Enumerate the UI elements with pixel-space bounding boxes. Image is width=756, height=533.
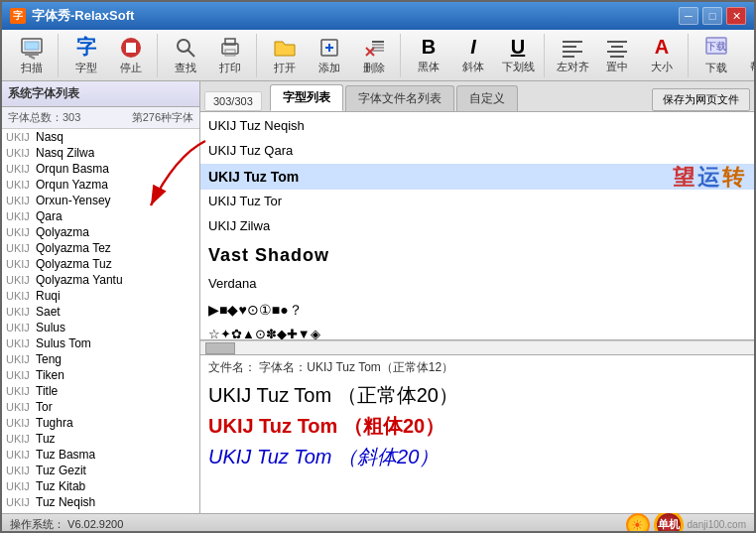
title-bar-left: 字 字体秀-RelaxSoft	[10, 7, 134, 25]
font-list-item[interactable]: UKIJTuz Kitab	[2, 478, 199, 494]
tabs-row: 303/303 字型列表 字体文件名列表 自定义 保存为网页文件	[200, 81, 754, 112]
font-list-item[interactable]: UKIJTiken	[2, 367, 199, 383]
print-label: 打印	[219, 61, 241, 75]
font-button[interactable]: 字 字型	[64, 34, 108, 77]
preview-filename: 文件名： 字体名：UKIJ Tuz Tom（正常体12）	[208, 359, 746, 376]
stop-icon	[119, 36, 143, 60]
help-button[interactable]: ? 帮助	[739, 34, 756, 77]
bold-button[interactable]: B 黑体	[407, 34, 450, 77]
hscroll-thumb[interactable]	[205, 342, 235, 354]
svg-rect-3	[25, 42, 39, 50]
font-list-item[interactable]: UKIJQolyazma	[2, 224, 199, 240]
size-button[interactable]: A 大小	[640, 34, 684, 77]
font-list-item[interactable]: UKIJTor	[2, 399, 199, 415]
font-prefix: UKIJ	[6, 337, 36, 349]
toolbar: 扫描 字 字型 停止 查找 打印	[2, 30, 754, 81]
open-label: 打开	[274, 61, 296, 75]
font-list-item[interactable]: UKIJOrqun Basma	[2, 161, 199, 177]
font-list-item[interactable]: UKIJSulus	[2, 320, 199, 335]
maximize-button[interactable]: □	[702, 7, 722, 25]
download-button[interactable]: 下载 下载	[694, 34, 738, 77]
tab-font-list[interactable]: 字型列表	[270, 84, 343, 111]
save-webpage-button[interactable]: 保存为网页文件	[652, 88, 750, 111]
font-list-item[interactable]: UKIJTughra	[2, 415, 199, 431]
font-list-item[interactable]: UKIJSulus Tom	[2, 335, 199, 351]
print-button[interactable]: 打印	[208, 34, 252, 77]
font-display-area[interactable]: UKIJ Tuz NeqishUKIJ Tuz QaraUKIJ Tuz Tom…	[200, 112, 754, 340]
center-button[interactable]: 置中	[595, 34, 639, 77]
logo-char-1: 望	[673, 163, 694, 193]
font-list-item[interactable]: UKIJSaet	[2, 304, 199, 320]
font-name: Qolyazma Tuz	[36, 257, 112, 271]
add-label: 添加	[318, 61, 340, 75]
add-icon	[317, 36, 341, 60]
font-list-item[interactable]: UKIJTitle	[2, 383, 199, 399]
font-display-item[interactable]: Vast Shadow	[200, 239, 754, 272]
font-list[interactable]: UKIJNasqUKIJNasq ZilwaUKIJOrqun BasmaUKI…	[2, 129, 199, 513]
find-button[interactable]: 查找	[164, 34, 207, 77]
font-list-item[interactable]: UKIJQara	[2, 208, 199, 224]
font-list-item[interactable]: UKIJNasq	[2, 129, 199, 145]
font-display-item[interactable]: UKIJ Tuz Tom	[200, 164, 754, 191]
font-name: Orqun Basma	[36, 162, 109, 176]
font-list-item[interactable]: UKIJOrqun Yazma	[2, 177, 199, 193]
tab-font-file[interactable]: 字体文件名列表	[345, 85, 454, 111]
font-prefix: UKIJ	[6, 195, 36, 206]
font-list-item[interactable]: UKIJTuz Basma	[2, 447, 199, 463]
toolbar-group-dl: 下载 下载 ? 帮助	[691, 34, 756, 77]
font-list-item[interactable]: UKIJOrxun-Yensey	[2, 193, 199, 208]
watermark-badge: 单机	[654, 510, 684, 534]
font-prefix: UKIJ	[6, 401, 36, 413]
center-icon	[605, 37, 629, 59]
app-icon: 字	[10, 8, 26, 24]
stop-button[interactable]: 停止	[109, 34, 153, 77]
toolbar-group-file: 打开 添加 删除	[259, 34, 401, 77]
font-display-item[interactable]: ▶■◆♥⊙①■●？	[200, 297, 754, 324]
toolbar-group-scan: 扫描	[6, 34, 59, 77]
font-name: Teng	[36, 352, 62, 366]
horizontal-scrollbar[interactable]	[200, 340, 754, 354]
font-display-item[interactable]: UKIJ Zilwa	[200, 214, 754, 239]
font-display-item[interactable]: UKIJ Tuz Qara	[200, 139, 754, 164]
font-display-item[interactable]: UKIJ Tuz Neqish	[200, 114, 754, 139]
toolbar-group-font: 字 字型 停止	[61, 34, 158, 77]
font-display-item[interactable]: ☆✦✿▲⊙✽◆✚▼◈	[200, 323, 754, 340]
delete-button[interactable]: 删除	[352, 34, 396, 77]
open-button[interactable]: 打开	[263, 34, 307, 77]
tab-custom[interactable]: 自定义	[456, 85, 518, 111]
font-label: 字型	[75, 61, 97, 75]
font-display-item[interactable]: UKIJ Tuz Tor	[200, 190, 754, 214]
underline-icon: U	[506, 36, 530, 59]
font-list-item[interactable]: UKIJQolyazma Tez	[2, 240, 199, 256]
font-list-item[interactable]: UKIJTuz Neqish	[2, 494, 199, 510]
font-list-item[interactable]: UKIJTeng	[2, 351, 199, 367]
italic-button[interactable]: I 斜体	[451, 34, 495, 77]
font-name: Tiken	[36, 368, 64, 382]
font-list-item[interactable]: UKIJRuqi	[2, 288, 199, 304]
font-list-item[interactable]: UKIJQolyazma Tuz	[2, 256, 199, 272]
bold-icon: B	[417, 36, 441, 59]
close-button[interactable]: ✕	[726, 7, 746, 25]
font-list-item[interactable]: UKIJQolyazma Yantu	[2, 272, 199, 288]
font-list-item[interactable]: UKIJTuz Gezit	[2, 463, 199, 478]
preview-line-italic: UKIJ Tuz Tom （斜体20）	[208, 444, 746, 470]
minimize-button[interactable]: ─	[679, 7, 698, 25]
scan-icon	[20, 36, 44, 60]
font-display-item[interactable]: Verdana	[200, 272, 754, 297]
toolbar-group-find: 查找 打印	[160, 34, 257, 77]
font-prefix: UKIJ	[6, 512, 36, 513]
font-name: Saet	[36, 305, 61, 319]
font-name: Qara	[36, 209, 63, 223]
center-label: 置中	[606, 60, 628, 74]
underline-button[interactable]: U 下划线	[496, 34, 540, 77]
left-align-button[interactable]: 左对齐	[551, 34, 594, 77]
font-list-item[interactable]: UKIJTuz Qara	[2, 510, 199, 513]
stats-total: 字体总数：303	[8, 110, 80, 125]
font-prefix: UKIJ	[6, 210, 36, 222]
font-list-item[interactable]: UKIJTuz	[2, 431, 199, 447]
scan-button[interactable]: 扫描	[10, 34, 54, 77]
stop-label: 停止	[120, 61, 142, 75]
font-prefix: UKIJ	[6, 417, 36, 429]
font-list-item[interactable]: UKIJNasq Zilwa	[2, 145, 199, 161]
add-button[interactable]: 添加	[308, 34, 351, 77]
